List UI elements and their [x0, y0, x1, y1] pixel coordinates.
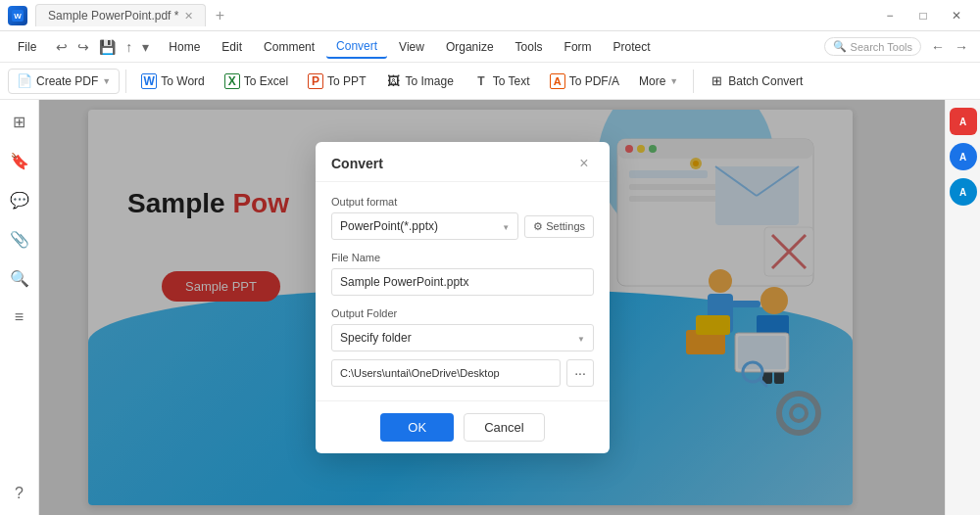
more-options-button[interactable]: ▾	[138, 37, 153, 57]
modal-body: Output format PowerPoint(*.pptx) ⚙ Setti…	[316, 182, 610, 400]
modal-footer: OK Cancel	[316, 400, 610, 453]
app-icon: W	[8, 6, 27, 25]
to-pdfa-icon: A	[550, 73, 565, 89]
modal-header: Convert ×	[316, 142, 610, 182]
to-text-button[interactable]: T To Text	[465, 69, 539, 94]
tab-close-icon[interactable]: ✕	[184, 10, 193, 23]
file-name-input[interactable]: Sample PowerPoint.pptx	[331, 268, 594, 296]
file-name-label: File Name	[331, 252, 594, 263]
minimize-button[interactable]: −	[874, 6, 906, 25]
sidebar-item-search[interactable]: 🔍	[6, 264, 33, 292]
modal-title: Convert	[331, 156, 383, 171]
to-image-button[interactable]: 🖼 To Image	[376, 69, 462, 94]
cancel-button[interactable]: Cancel	[464, 413, 544, 442]
search-tools[interactable]: 🔍 Search Tools	[824, 37, 921, 56]
menu-form[interactable]: Form	[555, 36, 602, 58]
sidebar-item-layers[interactable]: ≡	[6, 304, 33, 331]
to-image-icon: 🖼	[385, 73, 401, 89]
undo-button[interactable]: ↩	[52, 37, 72, 57]
share-button[interactable]: ↑	[122, 37, 136, 57]
settings-gear-icon: ⚙	[533, 220, 543, 233]
output-format-label: Output format	[331, 196, 594, 208]
convert-dialog: Convert × Output format PowerPoint(*.ppt…	[316, 142, 610, 453]
to-ppt-button[interactable]: P To PPT	[299, 69, 374, 94]
redo-button[interactable]: ↪	[74, 37, 93, 57]
save-button[interactable]: 💾	[95, 37, 120, 57]
output-folder-label: Output Folder	[331, 307, 594, 319]
batch-convert-icon: ⊞	[709, 73, 724, 89]
pdf-tool-icon: A	[959, 117, 966, 127]
menu-file[interactable]: File	[8, 36, 46, 58]
menu-edit[interactable]: Edit	[212, 36, 252, 58]
menu-organize[interactable]: Organize	[436, 36, 504, 58]
to-image-label: To Image	[405, 74, 453, 88]
output-format-row: PowerPoint(*.pptx) ⚙ Settings	[331, 212, 594, 240]
modal-overlay: Convert × Output format PowerPoint(*.ppt…	[39, 100, 945, 515]
output-format-chevron-icon	[502, 219, 510, 233]
folder-select-chevron-icon	[577, 331, 585, 345]
create-pdf-dropdown-icon: ▼	[102, 76, 111, 86]
settings-button[interactable]: ⚙ Settings	[524, 215, 594, 238]
settings-label: Settings	[546, 220, 585, 232]
create-pdf-label: Create PDF	[36, 74, 98, 88]
folder-browse-button[interactable]: ···	[566, 359, 594, 387]
more-button[interactable]: More ▼	[630, 70, 687, 93]
sidebar-item-comment[interactable]: 💬	[6, 186, 33, 213]
modal-close-button[interactable]: ×	[574, 154, 594, 173]
back-nav-button[interactable]: ←	[927, 37, 949, 57]
to-pdfa-label: To PDF/A	[569, 74, 619, 88]
document-tab[interactable]: Sample PowerPoint.pdf * ✕	[35, 4, 206, 26]
search-icon: 🔍	[833, 40, 847, 53]
search-placeholder: Search Tools	[851, 41, 912, 53]
titlebar: W Sample PowerPoint.pdf * ✕ + − □ ✕	[0, 0, 980, 31]
menu-view[interactable]: View	[389, 36, 434, 58]
folder-path-row: C:\Users\untai\OneDrive\Desktop ···	[331, 359, 594, 387]
right-sidebar: A A A	[945, 100, 980, 515]
to-word-label: To Word	[161, 74, 204, 88]
ai-tool-button-1[interactable]: A	[950, 143, 977, 170]
menubar: File ↩ ↪ 💾 ↑ ▾ Home Edit Comment Convert…	[0, 31, 980, 63]
tab-title: Sample PowerPoint.pdf *	[48, 9, 178, 23]
svg-text:W: W	[14, 12, 22, 21]
to-excel-button[interactable]: X To Excel	[216, 69, 297, 94]
to-text-icon: T	[473, 73, 489, 89]
file-name-value: Sample PowerPoint.pptx	[340, 275, 468, 289]
folder-type-select[interactable]: Specify folder	[331, 324, 594, 351]
sidebar-item-attachment[interactable]: 📎	[6, 225, 33, 253]
to-word-icon: W	[141, 73, 157, 89]
ok-button[interactable]: OK	[380, 413, 454, 442]
to-pdfa-button[interactable]: A To PDF/A	[541, 69, 628, 94]
ai-tool-2-icon: A	[959, 187, 966, 198]
main-layout: ⊞ 🔖 💬 📎 🔍 ≡ ? Sample Pow Sample PPT	[0, 100, 980, 515]
to-ppt-label: To PPT	[327, 74, 366, 88]
menu-home[interactable]: Home	[159, 36, 210, 58]
pdf-tool-button[interactable]: A	[950, 108, 977, 135]
toolbar: 📄 Create PDF ▼ W To Word X To Excel P To…	[0, 63, 980, 100]
folder-path-value: C:\Users\untai\OneDrive\Desktop	[340, 367, 500, 379]
create-pdf-button[interactable]: 📄 Create PDF ▼	[8, 69, 120, 94]
close-button[interactable]: ✕	[941, 6, 972, 25]
maximize-button[interactable]: □	[907, 6, 939, 25]
menu-comment[interactable]: Comment	[254, 36, 324, 58]
menu-tools[interactable]: Tools	[506, 36, 553, 58]
to-text-label: To Text	[493, 74, 530, 88]
menu-convert[interactable]: Convert	[326, 35, 387, 59]
forward-nav-button[interactable]: →	[951, 37, 972, 57]
sidebar-item-help[interactable]: ?	[6, 480, 33, 507]
ai-tool-button-2[interactable]: A	[950, 178, 977, 206]
left-sidebar: ⊞ 🔖 💬 📎 🔍 ≡ ?	[0, 100, 39, 515]
to-excel-label: To Excel	[244, 74, 288, 88]
folder-path-input[interactable]: C:\Users\untai\OneDrive\Desktop	[331, 359, 561, 387]
batch-convert-button[interactable]: ⊞ Batch Convert	[700, 69, 811, 94]
more-label: More	[639, 74, 665, 88]
sidebar-item-thumbnails[interactable]: ⊞	[6, 108, 33, 135]
menu-protect[interactable]: Protect	[604, 36, 661, 58]
add-tab-button[interactable]: +	[210, 6, 229, 25]
to-word-button[interactable]: W To Word	[132, 69, 213, 94]
output-format-value: PowerPoint(*.pptx)	[340, 219, 438, 233]
output-format-select[interactable]: PowerPoint(*.pptx)	[331, 212, 518, 240]
toolbar-divider-1	[125, 70, 126, 93]
toolbar-divider-2	[693, 70, 694, 93]
sidebar-item-bookmark[interactable]: 🔖	[6, 147, 33, 174]
undo-redo-group: ↩ ↪ 💾 ↑ ▾	[52, 37, 153, 57]
